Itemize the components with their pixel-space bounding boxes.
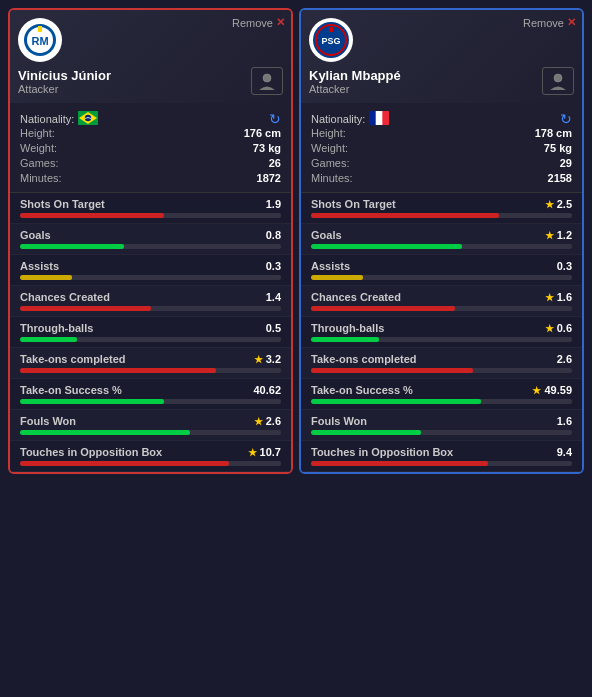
- star-icon-0-mbappe: ★: [545, 199, 554, 210]
- svg-rect-18: [369, 111, 376, 125]
- stat-name-7-mbappe: Fouls Won: [311, 415, 367, 427]
- info-label-height-vinicius: Height:: [20, 127, 55, 139]
- nationality-left-vinicius: Nationality:: [20, 111, 98, 127]
- stat-row-6-vinicius: Take-on Success %40.62: [10, 379, 291, 410]
- stat-value-8-mbappe: 9.4: [557, 446, 572, 458]
- stat-name-5-mbappe: Take-ons completed: [311, 353, 417, 365]
- svg-text:RM: RM: [31, 35, 48, 47]
- stat-value-0-mbappe: ★2.5: [545, 198, 572, 210]
- refresh-icon-vinicius[interactable]: ↻: [269, 111, 281, 127]
- stat-header-2-mbappe: Assists0.3: [311, 260, 572, 272]
- comparison-container: Remove ✕ RM Vinícius JúniorAttacker Nati…: [8, 8, 584, 474]
- info-row-games-vinicius: Games: 26: [20, 157, 281, 169]
- stat-row-2-mbappe: Assists0.3: [301, 255, 582, 286]
- star-icon-1-mbappe: ★: [545, 230, 554, 241]
- info-row-weight-mbappe: Weight: 75 kg: [311, 142, 572, 154]
- remove-button-mbappe[interactable]: Remove ✕: [523, 16, 576, 29]
- stat-bar-bg-1-mbappe: [311, 244, 572, 249]
- player-photo-icon-vinicius[interactable]: [251, 67, 283, 95]
- stat-name-4-mbappe: Through-balls: [311, 322, 384, 334]
- stat-bar-fill-4-mbappe: [311, 337, 379, 342]
- nationality-row-vinicius: Nationality: ↻: [20, 111, 281, 127]
- stat-bar-bg-6-vinicius: [20, 399, 281, 404]
- stat-header-5-mbappe: Take-ons completed2.6: [311, 353, 572, 365]
- stat-bar-fill-7-vinicius: [20, 430, 190, 435]
- stat-row-6-mbappe: Take-on Success %★49.59: [301, 379, 582, 410]
- stat-bar-fill-8-vinicius: [20, 461, 229, 466]
- player-position-vinicius: Attacker: [18, 83, 283, 95]
- stat-bar-fill-8-mbappe: [311, 461, 488, 466]
- stat-bar-fill-5-mbappe: [311, 368, 473, 373]
- stat-value-2-mbappe: 0.3: [557, 260, 572, 272]
- info-value-weight-mbappe: 75 kg: [544, 142, 572, 154]
- stat-header-1-mbappe: Goals★1.2: [311, 229, 572, 241]
- stat-name-1-mbappe: Goals: [311, 229, 342, 241]
- info-value-games-vinicius: 26: [269, 157, 281, 169]
- stat-name-8-vinicius: Touches in Opposition Box: [20, 446, 162, 458]
- stat-value-3-vinicius: 1.4: [266, 291, 281, 303]
- stat-name-3-mbappe: Chances Created: [311, 291, 401, 303]
- stat-bar-bg-8-vinicius: [20, 461, 281, 466]
- info-row-minutes-vinicius: Minutes: 1872: [20, 172, 281, 184]
- stat-header-4-mbappe: Through-balls★0.6: [311, 322, 572, 334]
- stat-bar-bg-3-vinicius: [20, 306, 281, 311]
- info-value-minutes-vinicius: 1872: [257, 172, 281, 184]
- stat-row-1-mbappe: Goals★1.2: [301, 224, 582, 255]
- stats-section-mbappe: Shots On Target★2.5Goals★1.2Assists0.3Ch…: [301, 193, 582, 472]
- info-row-height-vinicius: Height: 176 cm: [20, 127, 281, 139]
- stat-name-0-vinicius: Shots On Target: [20, 198, 105, 210]
- stat-name-0-mbappe: Shots On Target: [311, 198, 396, 210]
- stat-row-4-vinicius: Through-balls0.5: [10, 317, 291, 348]
- remove-label-mbappe: Remove: [523, 17, 564, 29]
- info-label-weight-mbappe: Weight:: [311, 142, 348, 154]
- stat-bar-bg-7-vinicius: [20, 430, 281, 435]
- stats-section-vinicius: Shots On Target1.9Goals0.8Assists0.3Chan…: [10, 193, 291, 472]
- refresh-icon-mbappe[interactable]: ↻: [560, 111, 572, 127]
- card-info-vinicius: Nationality: ↻ Height: 176 cm Weight: 73…: [10, 103, 291, 193]
- stat-bar-bg-2-vinicius: [20, 275, 281, 280]
- card-header-mbappe: Remove ✕ PSG Kylian MbappéAttacker: [301, 10, 582, 103]
- stat-bar-bg-4-mbappe: [311, 337, 572, 342]
- stat-name-2-mbappe: Assists: [311, 260, 350, 272]
- star-icon-5-vinicius: ★: [254, 354, 263, 365]
- info-value-height-vinicius: 176 cm: [244, 127, 281, 139]
- stat-header-0-mbappe: Shots On Target★2.5: [311, 198, 572, 210]
- info-row-height-mbappe: Height: 178 cm: [311, 127, 572, 139]
- remove-x-mbappe: ✕: [567, 16, 576, 29]
- stat-bar-bg-5-vinicius: [20, 368, 281, 373]
- stat-value-6-vinicius: 40.62: [253, 384, 281, 396]
- star-icon-4-mbappe: ★: [545, 323, 554, 334]
- club-logo-mbappe: PSG: [309, 18, 353, 62]
- star-icon-3-mbappe: ★: [545, 292, 554, 303]
- remove-label-vinicius: Remove: [232, 17, 273, 29]
- stat-bar-fill-2-mbappe: [311, 275, 363, 280]
- svg-rect-4: [38, 26, 42, 32]
- stat-header-7-mbappe: Fouls Won1.6: [311, 415, 572, 427]
- flag-vinicius: [78, 111, 98, 127]
- stat-bar-fill-7-mbappe: [311, 430, 421, 435]
- player-photo-icon-mbappe[interactable]: [542, 67, 574, 95]
- stat-row-0-vinicius: Shots On Target1.9: [10, 193, 291, 224]
- stat-value-2-vinicius: 0.3: [266, 260, 281, 272]
- stat-name-8-mbappe: Touches in Opposition Box: [311, 446, 453, 458]
- stat-value-7-vinicius: ★2.6: [254, 415, 281, 427]
- stat-header-8-mbappe: Touches in Opposition Box9.4: [311, 446, 572, 458]
- stat-bar-bg-0-vinicius: [20, 213, 281, 218]
- star-icon-7-vinicius: ★: [254, 416, 263, 427]
- stat-row-2-vinicius: Assists0.3: [10, 255, 291, 286]
- stat-header-6-vinicius: Take-on Success %40.62: [20, 384, 281, 396]
- stat-value-0-vinicius: 1.9: [266, 198, 281, 210]
- stat-header-8-vinicius: Touches in Opposition Box★10.7: [20, 446, 281, 458]
- stat-row-4-mbappe: Through-balls★0.6: [301, 317, 582, 348]
- stat-row-8-mbappe: Touches in Opposition Box9.4: [301, 441, 582, 472]
- stat-bar-bg-3-mbappe: [311, 306, 572, 311]
- stat-bar-bg-5-mbappe: [311, 368, 572, 373]
- stat-header-3-mbappe: Chances Created★1.6: [311, 291, 572, 303]
- remove-button-vinicius[interactable]: Remove ✕: [232, 16, 285, 29]
- stat-header-3-vinicius: Chances Created1.4: [20, 291, 281, 303]
- card-info-mbappe: Nationality: ↻ Height: 178 cm Weight: 75…: [301, 103, 582, 193]
- stat-header-0-vinicius: Shots On Target1.9: [20, 198, 281, 210]
- stat-bar-bg-4-vinicius: [20, 337, 281, 342]
- stat-name-1-vinicius: Goals: [20, 229, 51, 241]
- stat-value-8-vinicius: ★10.7: [248, 446, 281, 458]
